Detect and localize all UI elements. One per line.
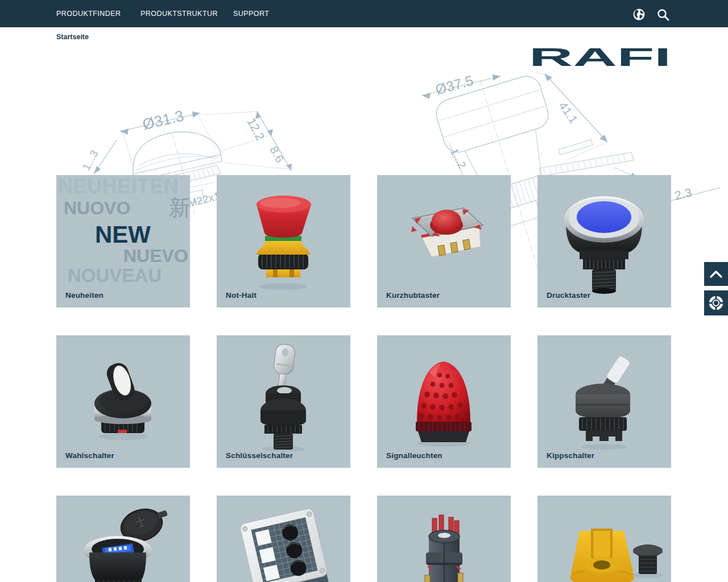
scroll-to-top-button[interactable] [704,262,728,286]
new-word-en: NEW [95,223,151,247]
nav-item-produktfinder[interactable]: PRODUKTFINDER [56,0,121,27]
rafi-productfinder-page: { "header": { "nav": [ { "label": "PRODU… [0,0,728,582]
dim-41-1: 41.1 [557,99,581,126]
pushbutton-image [537,175,671,307]
tile-label: Not-Halt [226,291,257,300]
tile-label: Wahlschalter [65,451,114,460]
tile-label: Signalleuchten [386,451,442,460]
key-switch-image [217,335,350,468]
support-contact-button[interactable] [704,290,728,315]
dim-diameter-right: Ø37.5 [433,72,475,98]
switch-element-image [377,496,511,582]
dim-2-3: 2.3 [673,185,693,203]
tile-enclosure[interactable] [217,496,350,582]
nav-item-produktstruktur[interactable]: PRODUKTSTRUKTUR [140,0,218,27]
usb-socket-image [56,496,190,582]
dim-12-2: 12.2 [245,116,267,143]
tile-accessories[interactable] [537,496,671,582]
tile-label: Kippschalter [547,451,594,460]
breadcrumb[interactable]: Startseite [56,33,89,41]
dim-8-6: 8.6 [267,144,287,165]
guard-ring-and-cap-image [537,496,671,582]
top-navigation-bar: PRODUKTFINDER PRODUKTSTRUKTUR SUPPORT [0,0,728,27]
tile-usb-socket[interactable] [56,496,190,582]
tile-wahlschalter[interactable]: Wahlschalter [56,335,190,468]
toggle-switch-image [537,335,671,468]
tile-neuheiten[interactable]: NEUHEITEN NUOVO 新 NEW NUEVO NOUVEAU Neuh… [56,175,190,307]
tile-not-halt[interactable]: Not-Halt [217,175,350,307]
tile-label: Neuheiten [65,291,104,300]
tile-schluesselschalter[interactable]: Schlüsselschalter [217,335,350,468]
search-icon[interactable] [656,8,670,24]
tile-drucktaster[interactable]: Drucktaster [537,175,671,307]
dim-thread: M22x1 [187,190,221,209]
new-word-es: NUEVO [123,247,188,265]
tile-label: Drucktaster [547,291,590,300]
tile-label: Kurzhubtaster [386,291,440,300]
tact-switch-image [377,175,511,307]
chevron-up-icon [709,269,723,278]
globe-language-icon[interactable] [632,8,646,23]
tile-kippschalter[interactable]: Kippschalter [537,335,671,468]
new-word-zh: 新 [169,197,190,218]
lifebuoy-icon [708,295,724,311]
selector-switch-image [56,335,190,468]
tile-label: Schlüsselschalter [226,451,293,460]
tile-signalleuchten[interactable]: Signalleuchten [377,335,511,468]
signal-lamp-image [377,335,511,468]
dim-diameter-left: Ø31.3 [141,107,185,134]
tile-switch-element[interactable] [377,496,511,582]
dim-range-left: 1...3 [80,148,101,173]
nav-item-support[interactable]: SUPPORT [233,0,269,27]
new-word-de: NEUHEITEN [58,176,179,197]
new-word-fr: NOUVEAU [68,266,162,285]
rafi-logo-text: RAFI [529,47,671,69]
tile-kurzhubtaster[interactable]: Kurzhubtaster [377,175,511,307]
new-word-it: NUOVO [64,199,130,217]
dim-range-right: 1...2 [448,146,469,171]
emergency-stop-image [217,175,350,307]
rafi-logo: RAFI [529,47,672,72]
enclosure-box-image [217,496,350,582]
